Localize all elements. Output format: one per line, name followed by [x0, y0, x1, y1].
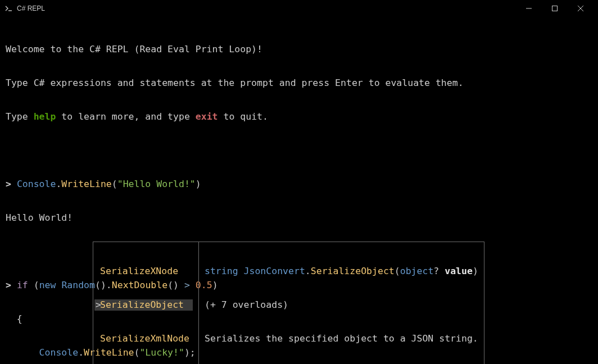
suggestion-item[interactable]: SerializeXmlNode [94, 333, 193, 344]
app-icon [4, 4, 13, 13]
exit-keyword: exit [196, 111, 218, 122]
overloads-line: (+ 7 overloads) [205, 299, 478, 311]
titlebar: C# REPL [0, 0, 598, 17]
minimize-button[interactable] [516, 0, 542, 17]
svg-rect-1 [552, 6, 558, 11]
welcome-line: Type C# expressions and statements at th… [6, 78, 592, 89]
selection-marker-icon: > [96, 299, 101, 311]
maximize-button[interactable] [542, 0, 568, 17]
terminal-area[interactable]: Welcome to the C# REPL (Read Eval Print … [0, 17, 598, 364]
welcome-line: Type help to learn more, and type exit t… [6, 111, 592, 122]
help-keyword: help [34, 111, 56, 122]
suggestion-item[interactable]: SerializeXNode [94, 266, 193, 277]
welcome-line: Welcome to the C# REPL (Read Eval Print … [6, 44, 592, 55]
signature-line: string JsonConvert.SerializeObject(objec… [205, 266, 478, 277]
suggestion-item-selected[interactable]: >SerializeObject [94, 299, 193, 311]
completion-popup: SerializeXNode >SerializeObject Serializ… [93, 242, 484, 364]
window-title: C# REPL [17, 4, 516, 12]
repl-line: > Console.WriteLine("Hello World!") [6, 179, 592, 190]
close-button[interactable] [568, 0, 594, 17]
output-line: Hello World! [6, 212, 592, 224]
description-line: Serializes the specified object to a JSO… [205, 333, 478, 344]
suggestions-list[interactable]: SerializeXNode >SerializeObject Serializ… [93, 242, 199, 364]
suggestion-detail: string JsonConvert.SerializeObject(objec… [199, 242, 484, 364]
window-controls [516, 0, 594, 17]
